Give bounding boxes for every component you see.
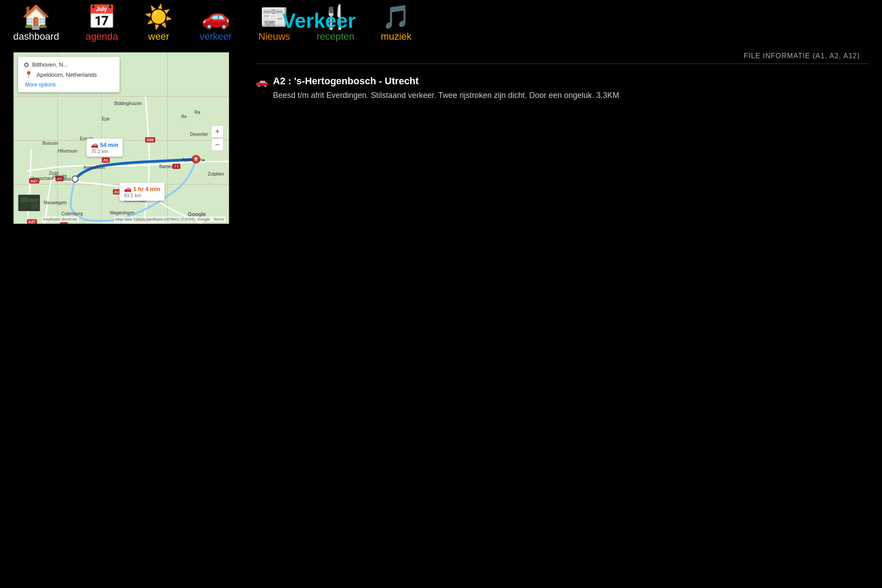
top-navigation: 🏠 dashboard 📅 agenda ☀️ weer 🚗 verkeer 📰… [0,0,882,48]
traffic-info-panel: FILE INFORMATIE (A1, A2, A12) 🚗 A2 : 's-… [247,52,869,224]
map-origin-row: Bilthoven, N... [24,61,113,68]
car-icon-slow: 🚗 [124,185,131,192]
destination-pin-icon: 📍 [24,71,33,79]
more-options-link[interactable]: More options [25,82,113,88]
zoom-out-button[interactable]: − [211,139,224,151]
calendar-icon: 📅 [87,5,116,28]
nav-item-dashboard[interactable]: 🏠 dashboard [13,5,59,42]
zoom-in-button[interactable]: + [211,125,224,138]
svg-point-6 [72,176,78,182]
city-wageningen: Wageningen [110,210,135,215]
city-culemborg: Culemborg [61,211,83,216]
sun-icon: ☀️ [144,5,173,28]
nav-item-muziek[interactable]: 🎵 muziek [381,5,412,42]
traffic-item-description: Beesd t/m afrit Everdingen. Stilstaand v… [273,90,619,101]
city-amersfoort: Amersfoort [83,165,105,170]
nav-item-verkeer[interactable]: 🚗 verkeer [199,5,232,42]
svg-rect-12 [22,204,29,208]
city-apeldoorn: Apeldoorn● [182,157,205,162]
road-badge-a2-mid: A2 [60,222,68,224]
map-data-attribution: Map data ©2024 GeoBasis-DE/BKG (©2009), … [114,217,225,222]
car-icon: 🚗 [202,5,230,28]
nav-label-muziek: muziek [381,31,412,42]
city-re: Re [181,114,187,119]
city-ra: Ra [194,110,200,115]
city-epe: Epe [102,116,110,121]
route-bubble-fast: 🚗 54 min 75.2 km [86,139,123,157]
city-hilversum: Hilversum [58,149,77,154]
map-destination-row: 📍 Apeldoorn, Netherlands [24,71,113,79]
map-origin-text: Bilthoven, N... [32,61,68,68]
svg-rect-11 [30,198,38,202]
city-zutphen: Zutphen [208,172,224,176]
car-icon-fast: 🚗 [91,141,98,148]
city-zeist: Zeist [49,171,59,176]
city-deventer: Deventer [190,132,208,137]
route-bubble-slow: 🚗 1 hr 4 min 93.5 km [120,183,164,201]
origin-dot [24,63,29,67]
map-satellite-thumbnail[interactable] [18,195,40,211]
road-badge-a50-top: A50 [145,137,155,142]
city-nieuwegein: Nieuwegein [44,200,67,205]
nav-label-agenda: agenda [86,31,118,42]
map-directions-panel: Bilthoven, N... 📍 Apeldoorn, Netherlands… [18,57,120,92]
nav-label-dashboard: dashboard [13,31,59,42]
nav-item-weer[interactable]: ☀️ weer [144,5,173,42]
road-badge-a1: A1 [102,157,110,163]
map-container: A50 A50 A1 A1 A12 A2 A2 A27 A27 A15 A325… [13,52,229,224]
svg-rect-10 [21,197,29,202]
home-icon: 🏠 [22,5,50,28]
svg-rect-13 [31,203,39,209]
city-barneveld: Barneveld [159,164,179,169]
traffic-panel-header: FILE INFORMATIE (A1, A2, A12) [256,52,869,64]
map-destination-text: Apeldoorn, Netherlands [37,71,97,78]
nav-label-verkeer: verkeer [199,31,232,42]
route-time-slow: 🚗 1 hr 4 min [124,185,160,192]
road-badge-a27b: A27 [27,219,37,224]
music-icon: 🎵 [382,5,411,28]
route-time-fast: 🚗 54 min [91,141,118,148]
traffic-item-a2: 🚗 A2 : 's-Hertogenbosch - Utrecht Beesd … [256,72,869,105]
map-zoom-controls: + − [211,125,224,151]
main-content: A50 A50 A1 A1 A12 A2 A2 A27 A27 A15 A325… [0,52,882,224]
city-duiven: Duiven [172,224,186,224]
route-dist-fast: 75.2 km [91,149,118,154]
city-bussum: Bussum [42,141,58,146]
traffic-item-body: A2 : 's-Hertogenbosch - Utrecht Beesd t/… [273,75,619,101]
page-title: Verkeer [269,5,369,33]
map-wrapper[interactable]: A50 A50 A1 A1 A12 A2 A2 A27 A27 A15 A325… [13,52,229,224]
route-dist-slow: 93.5 km [124,193,160,198]
city-weegschaal: Veegschaal 116⊙ [30,176,65,181]
traffic-car-icon: 🚗 [256,76,268,101]
traffic-item-title: A2 : 's-Hertogenbosch - Utrecht [273,75,619,87]
nav-label-weer: weer [148,31,169,42]
map-keyboard-shortcuts: Keyboard shortcuts [42,217,79,222]
nav-item-agenda[interactable]: 📅 agenda [86,5,118,42]
city-biddinghuizen: Biddinghuizen [114,101,142,106]
